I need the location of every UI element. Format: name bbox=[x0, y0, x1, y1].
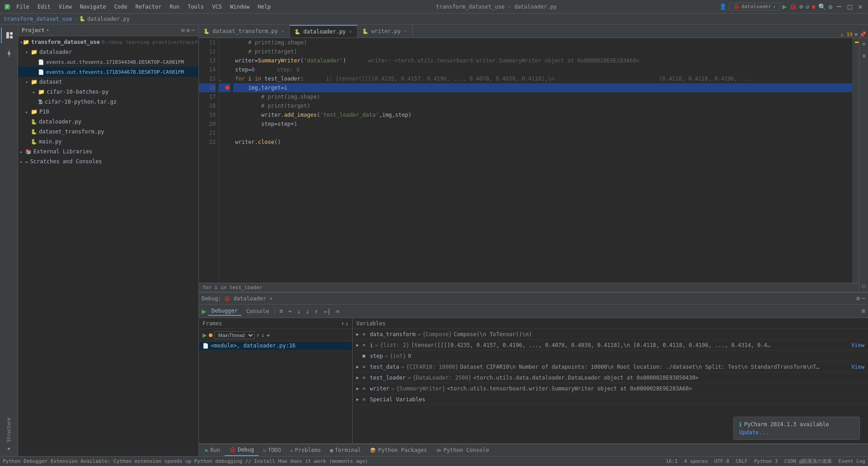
menu-vcs[interactable]: VCS bbox=[209, 4, 225, 10]
var-row-writer[interactable]: ▶ ≡ writer = {SummaryWriter} <torch.util… bbox=[353, 383, 868, 394]
frame-up-icon[interactable]: ↑ bbox=[341, 320, 344, 327]
tab-dataset-transform[interactable]: 🐍 dataset_transform.py ✕ bbox=[199, 25, 290, 38]
status-encoding[interactable]: UTF-8 bbox=[714, 458, 729, 465]
debug-resume-icon[interactable]: ▶ bbox=[202, 306, 207, 316]
activity-commits[interactable] bbox=[1, 45, 17, 62]
debug-console-btn[interactable]: Console bbox=[243, 307, 273, 315]
tab-dataset-transform-close[interactable]: ✕ bbox=[281, 29, 285, 34]
menu-view[interactable]: View bbox=[56, 4, 75, 10]
menu-file[interactable]: File bbox=[14, 4, 32, 10]
tab-writer-close[interactable]: ✕ bbox=[403, 29, 407, 34]
var-test-data-view-link[interactable]: View bbox=[848, 364, 864, 370]
tree-scratches[interactable]: ▸ ✏ Scratches and Consoles bbox=[18, 157, 198, 166]
var-row-special[interactable]: ▶ ≡ Special Variables bbox=[353, 394, 868, 405]
debug-step-over-icon[interactable]: ↷ bbox=[286, 307, 293, 316]
status-csdn[interactable]: CSDN_@园溪淡の龙珠 bbox=[784, 458, 832, 465]
notification-update-link[interactable]: Update... bbox=[739, 429, 769, 436]
menu-code[interactable]: Code bbox=[112, 4, 130, 10]
menu-window[interactable]: Window bbox=[227, 4, 252, 10]
var-row-test-data[interactable]: ▶ ≡ test_data = {CIFAR10: 10000} Dataset… bbox=[353, 361, 868, 372]
activity-structure[interactable]: Structure bbox=[1, 422, 17, 438]
project-settings-icon[interactable]: ⚙ bbox=[187, 27, 190, 33]
btab-todo[interactable]: ☑ TODO bbox=[259, 444, 286, 456]
rsb-icon-3[interactable]: □ bbox=[859, 280, 868, 292]
activity-favorites[interactable]: ★ bbox=[1, 440, 17, 456]
tab-dataloader-close[interactable]: ✕ bbox=[349, 29, 353, 34]
rsb-icon-2[interactable]: ⚙ bbox=[859, 50, 868, 62]
status-line-endings[interactable]: CRLF bbox=[736, 458, 748, 465]
pin-icon[interactable]: 📌 bbox=[859, 31, 866, 38]
menu-navigate[interactable]: Navigate bbox=[77, 4, 109, 10]
btab-python-packages[interactable]: 📦 Python Packages bbox=[365, 444, 431, 456]
status-debug-ext-text[interactable]: Python Debugger Extension Available: Cyt… bbox=[3, 458, 368, 464]
var-i-view-link[interactable]: View bbox=[848, 342, 864, 348]
menu-tools[interactable]: Tools bbox=[185, 4, 207, 10]
debug-run-to-cursor-icon[interactable]: →| bbox=[321, 307, 333, 316]
stop-btn[interactable]: ◼ bbox=[812, 3, 816, 10]
thread-down-icon[interactable]: ↓ bbox=[261, 332, 264, 338]
var-row-data-transform[interactable]: ▶ ≡ data_transform = {Compose} Compose(\… bbox=[353, 329, 868, 340]
debug-reorder-icon[interactable]: ≡ bbox=[278, 307, 285, 315]
status-position[interactable]: 16:1 bbox=[666, 458, 678, 465]
tab-writer[interactable]: 🐍 writer.py ✕ bbox=[358, 25, 412, 38]
btab-debug[interactable]: 🐞 Debug bbox=[225, 444, 259, 456]
rsb-icon-1[interactable]: ≡ bbox=[859, 38, 868, 50]
tree-external-libs[interactable]: ▸ 📚 External Libraries bbox=[18, 147, 198, 157]
debug-minimize-icon[interactable]: ─ bbox=[862, 295, 865, 302]
debug-settings-icon[interactable]: ⚙ bbox=[856, 295, 860, 302]
tree-dataset-folder[interactable]: ▾ 📁 dataset bbox=[18, 77, 198, 87]
status-event-log[interactable]: Event Log bbox=[838, 458, 865, 465]
thread-up-icon[interactable]: ↑ bbox=[256, 332, 259, 338]
breadcrumb-project[interactable]: transform_dataset_use bbox=[4, 16, 72, 22]
tree-events-2[interactable]: 📄 events.out.tfevents.1718344678.DESKTOP… bbox=[18, 67, 198, 77]
btab-run[interactable]: ▶ Run bbox=[201, 444, 225, 456]
tree-dataloader-folder[interactable]: ▾ 📁 dataloader bbox=[18, 47, 198, 57]
frame-item-selected[interactable]: 📄 <module>, dataloader.py:16 bbox=[199, 342, 352, 350]
status-spaces[interactable]: 4 spaces bbox=[684, 458, 708, 465]
thread-select[interactable]: MainThread bbox=[214, 331, 255, 339]
tab-dataloader[interactable]: 🐍 dataloader.py ✕ bbox=[290, 25, 358, 38]
close-btn[interactable]: ✕ bbox=[856, 2, 864, 11]
debug-debugger-btn[interactable]: Debugger bbox=[208, 307, 241, 316]
btab-problems[interactable]: ⚠ Problems bbox=[286, 444, 326, 456]
settings-btn[interactable]: ⚙ bbox=[829, 3, 832, 10]
toolbar-btn-2[interactable]: ↺ bbox=[806, 3, 809, 10]
debug-tab-name[interactable]: dataloader bbox=[233, 295, 266, 302]
var-row-step[interactable]: ■ step = {int} 0 bbox=[353, 351, 868, 361]
btab-terminal[interactable]: ▣ Terminal bbox=[326, 444, 365, 456]
menu-edit[interactable]: Edit bbox=[35, 4, 53, 10]
frame-down-icon[interactable]: ↓ bbox=[345, 320, 349, 327]
tree-root[interactable]: ▾ 📁 transform_dataset_use D:/deep learni… bbox=[18, 37, 198, 47]
debug-step-into-mine-icon[interactable]: ⇓ bbox=[304, 307, 311, 316]
tree-p10-folder[interactable]: ▸ 📁 P10 bbox=[18, 107, 198, 117]
breadcrumb-file[interactable]: dataloader.py bbox=[87, 16, 130, 22]
var-row-test-loader[interactable]: ▶ ≡ test_loader = {DataLoader: 2500} <to… bbox=[353, 372, 868, 383]
tree-main-py[interactable]: 🐍 main.py bbox=[18, 137, 198, 147]
menu-help[interactable]: Help bbox=[255, 4, 274, 10]
project-collapse-all-icon[interactable]: ⊟ bbox=[181, 27, 184, 33]
debug-evaluate-icon[interactable]: ≈ bbox=[334, 307, 341, 316]
tree-cifar-folder[interactable]: ▸ 📁 cifar-10-batches-py bbox=[18, 87, 198, 97]
project-minimize-icon[interactable]: ─ bbox=[192, 27, 195, 33]
debug-step-out-icon[interactable]: ↑ bbox=[312, 307, 320, 316]
tree-dataset-transform-py[interactable]: 🐍 dataset_transform.py bbox=[18, 127, 198, 137]
search-btn[interactable]: 🔍 bbox=[818, 3, 826, 10]
project-dropdown-arrow[interactable]: ▾ bbox=[47, 28, 49, 33]
run-config-btn[interactable]: 🐞 dataloader ▾ bbox=[729, 3, 780, 10]
debug-layout-icon[interactable]: ⊞ bbox=[862, 308, 865, 314]
code-text-area[interactable]: # print(img.shape) # print(target) write… bbox=[231, 38, 852, 283]
var-row-i[interactable]: ▶ ≡ i = {list: 2} [tensor([[[[0.4235, 0.… bbox=[353, 340, 868, 351]
status-python[interactable]: Python 3 bbox=[754, 458, 778, 465]
btab-python-console[interactable]: ≫ Python Console bbox=[432, 444, 494, 456]
tree-cifar-tar[interactable]: 🗜 cifar-10-python.tar.gz bbox=[18, 97, 198, 107]
toolbar-btn-1[interactable]: ⚙ bbox=[799, 3, 803, 10]
menu-refactor[interactable]: Refactor bbox=[132, 4, 164, 10]
minimize-btn[interactable]: ─ bbox=[835, 2, 843, 11]
thread-add-icon[interactable]: + bbox=[266, 332, 270, 339]
tree-dataloader-py[interactable]: 🐍 dataloader.py bbox=[18, 117, 198, 127]
menu-run[interactable]: Run bbox=[167, 4, 182, 10]
maximize-btn[interactable]: □ bbox=[846, 2, 854, 11]
debug-step-into-icon[interactable]: ↓ bbox=[295, 307, 302, 316]
thread-run-btn[interactable]: ▶ bbox=[203, 331, 207, 339]
tree-events-1[interactable]: 📄 events.out.tfevents.1718344348.DESKTOP… bbox=[18, 57, 198, 67]
